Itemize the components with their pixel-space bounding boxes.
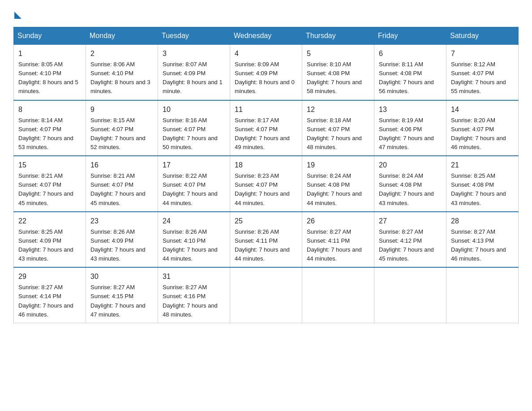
day-info: Sunrise: 8:23 AMSunset: 4:07 PMDaylight:… [235, 171, 297, 208]
header-monday: Monday [86, 27, 158, 45]
table-row: 7Sunrise: 8:12 AMSunset: 4:07 PMDaylight… [446, 45, 519, 100]
day-info: Sunrise: 8:15 AMSunset: 4:07 PMDaylight:… [90, 116, 153, 152]
table-row: 1Sunrise: 8:05 AMSunset: 4:10 PMDaylight… [14, 45, 86, 100]
day-number: 31 [163, 271, 225, 282]
header-sunday: Sunday [14, 27, 86, 45]
day-number: 30 [90, 271, 153, 282]
day-info: Sunrise: 8:21 AMSunset: 4:07 PMDaylight:… [90, 171, 153, 208]
logo [13, 9, 21, 19]
day-number: 21 [451, 160, 514, 171]
table-row: 2Sunrise: 8:06 AMSunset: 4:10 PMDaylight… [86, 45, 158, 100]
day-info: Sunrise: 8:26 AMSunset: 4:11 PMDaylight:… [235, 227, 297, 264]
day-info: Sunrise: 8:24 AMSunset: 4:08 PMDaylight:… [307, 171, 369, 208]
table-row: 14Sunrise: 8:20 AMSunset: 4:07 PMDayligh… [446, 100, 519, 156]
day-number: 27 [379, 216, 442, 227]
table-row: 30Sunrise: 8:27 AMSunset: 4:15 PMDayligh… [86, 267, 158, 323]
table-row: 27Sunrise: 8:27 AMSunset: 4:12 PMDayligh… [374, 212, 446, 268]
day-number: 10 [163, 104, 225, 115]
day-number: 22 [18, 216, 81, 227]
day-info: Sunrise: 8:07 AMSunset: 4:09 PMDaylight:… [163, 60, 225, 96]
logo-triangle-icon [14, 12, 21, 19]
table-row [446, 267, 519, 323]
day-number: 6 [379, 48, 442, 59]
table-row: 15Sunrise: 8:21 AMSunset: 4:07 PMDayligh… [14, 156, 86, 212]
day-number: 1 [18, 48, 81, 59]
calendar-week-row: 1Sunrise: 8:05 AMSunset: 4:10 PMDaylight… [14, 45, 519, 100]
day-info: Sunrise: 8:27 AMSunset: 4:11 PMDaylight:… [307, 227, 369, 264]
table-row: 26Sunrise: 8:27 AMSunset: 4:11 PMDayligh… [302, 212, 374, 268]
day-info: Sunrise: 8:26 AMSunset: 4:10 PMDaylight:… [163, 227, 225, 264]
day-info: Sunrise: 8:27 AMSunset: 4:13 PMDaylight:… [451, 227, 514, 264]
day-info: Sunrise: 8:17 AMSunset: 4:07 PMDaylight:… [235, 116, 297, 152]
table-row: 3Sunrise: 8:07 AMSunset: 4:09 PMDaylight… [158, 45, 230, 100]
table-row: 13Sunrise: 8:19 AMSunset: 4:06 PMDayligh… [374, 100, 446, 156]
day-info: Sunrise: 8:16 AMSunset: 4:07 PMDaylight:… [163, 116, 225, 152]
table-row: 17Sunrise: 8:22 AMSunset: 4:07 PMDayligh… [158, 156, 230, 212]
table-row: 9Sunrise: 8:15 AMSunset: 4:07 PMDaylight… [86, 100, 158, 156]
table-row: 24Sunrise: 8:26 AMSunset: 4:10 PMDayligh… [158, 212, 230, 268]
day-number: 14 [451, 104, 514, 115]
day-number: 12 [307, 104, 369, 115]
table-row: 5Sunrise: 8:10 AMSunset: 4:08 PMDaylight… [302, 45, 374, 100]
day-number: 25 [235, 216, 297, 227]
day-number: 23 [90, 216, 153, 227]
table-row [230, 267, 302, 323]
day-info: Sunrise: 8:10 AMSunset: 4:08 PMDaylight:… [307, 60, 369, 96]
table-row [302, 267, 374, 323]
day-number: 3 [163, 48, 225, 59]
table-row: 31Sunrise: 8:27 AMSunset: 4:16 PMDayligh… [158, 267, 230, 323]
page-header [13, 9, 519, 19]
day-number: 4 [235, 48, 297, 59]
day-number: 26 [307, 216, 369, 227]
day-number: 5 [307, 48, 369, 59]
day-number: 19 [307, 160, 369, 171]
day-number: 28 [451, 216, 514, 227]
table-row: 12Sunrise: 8:18 AMSunset: 4:07 PMDayligh… [302, 100, 374, 156]
header-thursday: Thursday [302, 27, 374, 45]
calendar-table: Sunday Monday Tuesday Wednesday Thursday… [13, 27, 519, 323]
table-row: 6Sunrise: 8:11 AMSunset: 4:08 PMDaylight… [374, 45, 446, 100]
table-row: 18Sunrise: 8:23 AMSunset: 4:07 PMDayligh… [230, 156, 302, 212]
day-number: 18 [235, 160, 297, 171]
day-info: Sunrise: 8:14 AMSunset: 4:07 PMDaylight:… [18, 116, 81, 152]
day-info: Sunrise: 8:25 AMSunset: 4:08 PMDaylight:… [451, 171, 514, 208]
header-saturday: Saturday [446, 27, 519, 45]
table-row: 16Sunrise: 8:21 AMSunset: 4:07 PMDayligh… [86, 156, 158, 212]
table-row: 25Sunrise: 8:26 AMSunset: 4:11 PMDayligh… [230, 212, 302, 268]
calendar-week-row: 22Sunrise: 8:25 AMSunset: 4:09 PMDayligh… [14, 212, 519, 268]
table-row: 21Sunrise: 8:25 AMSunset: 4:08 PMDayligh… [446, 156, 519, 212]
day-info: Sunrise: 8:09 AMSunset: 4:09 PMDaylight:… [235, 60, 297, 96]
table-row: 28Sunrise: 8:27 AMSunset: 4:13 PMDayligh… [446, 212, 519, 268]
day-number: 29 [18, 271, 81, 282]
table-row: 20Sunrise: 8:24 AMSunset: 4:08 PMDayligh… [374, 156, 446, 212]
day-info: Sunrise: 8:19 AMSunset: 4:06 PMDaylight:… [379, 116, 442, 152]
day-info: Sunrise: 8:25 AMSunset: 4:09 PMDaylight:… [18, 227, 81, 264]
day-number: 8 [18, 104, 81, 115]
table-row: 10Sunrise: 8:16 AMSunset: 4:07 PMDayligh… [158, 100, 230, 156]
table-row: 11Sunrise: 8:17 AMSunset: 4:07 PMDayligh… [230, 100, 302, 156]
day-info: Sunrise: 8:20 AMSunset: 4:07 PMDaylight:… [451, 116, 514, 152]
table-row: 19Sunrise: 8:24 AMSunset: 4:08 PMDayligh… [302, 156, 374, 212]
day-info: Sunrise: 8:27 AMSunset: 4:12 PMDaylight:… [379, 227, 442, 264]
table-row [374, 267, 446, 323]
calendar-header-row: Sunday Monday Tuesday Wednesday Thursday… [14, 27, 519, 45]
day-number: 9 [90, 104, 153, 115]
day-number: 17 [163, 160, 225, 171]
day-number: 20 [379, 160, 442, 171]
day-number: 16 [90, 160, 153, 171]
table-row: 22Sunrise: 8:25 AMSunset: 4:09 PMDayligh… [14, 212, 86, 268]
header-friday: Friday [374, 27, 446, 45]
day-number: 2 [90, 48, 153, 59]
day-info: Sunrise: 8:27 AMSunset: 4:16 PMDaylight:… [163, 283, 225, 319]
header-tuesday: Tuesday [158, 27, 230, 45]
day-info: Sunrise: 8:27 AMSunset: 4:15 PMDaylight:… [90, 283, 153, 319]
day-info: Sunrise: 8:06 AMSunset: 4:10 PMDaylight:… [90, 60, 153, 96]
day-number: 7 [451, 48, 514, 59]
calendar-week-row: 15Sunrise: 8:21 AMSunset: 4:07 PMDayligh… [14, 156, 519, 212]
table-row: 4Sunrise: 8:09 AMSunset: 4:09 PMDaylight… [230, 45, 302, 100]
day-number: 11 [235, 104, 297, 115]
calendar-week-row: 8Sunrise: 8:14 AMSunset: 4:07 PMDaylight… [14, 100, 519, 156]
day-info: Sunrise: 8:05 AMSunset: 4:10 PMDaylight:… [18, 60, 81, 96]
table-row: 23Sunrise: 8:26 AMSunset: 4:09 PMDayligh… [86, 212, 158, 268]
day-number: 15 [18, 160, 81, 171]
